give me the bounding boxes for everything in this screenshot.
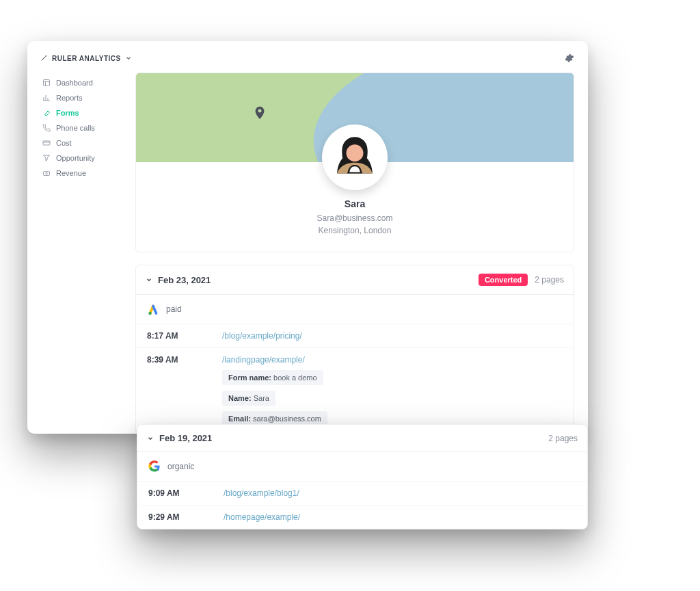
ruler-icon xyxy=(41,55,48,62)
event-path[interactable]: /landingpage/example/ xyxy=(222,355,305,365)
sidebar-item-reports[interactable]: Reports xyxy=(41,90,123,105)
sidebar-item-label: Forms xyxy=(56,109,79,117)
pages-count: 2 pages xyxy=(535,275,564,285)
form-field-formname: Form name: book a demo xyxy=(222,370,323,385)
phone-icon xyxy=(42,124,51,132)
form-field-name: Name: Sara xyxy=(222,391,275,406)
sidebar-item-phone-calls[interactable]: Phone calls xyxy=(41,120,123,135)
event-time: 9:09 AM xyxy=(148,488,224,498)
map-pin-icon xyxy=(252,103,267,122)
sidebar: Dashboard Reports Forms Phone calls Cost… xyxy=(41,73,123,434)
converted-badge: Converted xyxy=(479,274,528,286)
sidebar-item-forms[interactable]: Forms xyxy=(41,105,123,120)
chevron-down-icon xyxy=(125,55,132,62)
session-card: Feb 23, 2021 Converted 2 pages paid xyxy=(135,265,574,434)
dashboard-icon xyxy=(42,79,51,87)
avatar xyxy=(322,124,388,190)
sidebar-item-label: Reports xyxy=(56,94,83,102)
svg-point-4 xyxy=(347,144,364,161)
svg-point-3 xyxy=(46,172,48,174)
source-channel: paid xyxy=(166,304,182,314)
sidebar-item-label: Cost xyxy=(56,139,72,147)
sidebar-item-cost[interactable]: Cost xyxy=(41,135,123,150)
forms-icon xyxy=(42,109,51,117)
sidebar-item-label: Opportunity xyxy=(56,154,95,162)
event-time: 8:39 AM xyxy=(147,355,222,365)
google-ads-icon xyxy=(147,303,159,315)
sidebar-item-label: Revenue xyxy=(56,169,86,177)
sidebar-item-label: Phone calls xyxy=(56,124,95,132)
session-event-row: 9:09 AM /blog/example/blog1/ xyxy=(137,482,587,505)
svg-rect-2 xyxy=(44,172,50,176)
profile-name: Sara xyxy=(143,198,567,209)
svg-rect-0 xyxy=(44,80,50,86)
event-time: 9:29 AM xyxy=(148,512,224,522)
revenue-icon xyxy=(42,169,51,177)
source-channel: organic xyxy=(167,462,194,471)
brand-switcher[interactable]: RULER ANALYTICS xyxy=(41,55,132,62)
app-header: RULER ANALYTICS xyxy=(41,53,574,63)
session-event-row: 9:29 AM /homepage/example/ xyxy=(137,505,587,529)
pages-count: 2 pages xyxy=(548,434,578,443)
google-icon xyxy=(148,460,161,473)
session-source: organic xyxy=(137,452,587,482)
cost-icon xyxy=(42,139,51,147)
event-path[interactable]: /blog/example/pricing/ xyxy=(222,331,302,341)
avatar-person-icon xyxy=(328,131,381,184)
event-path[interactable]: /homepage/example/ xyxy=(224,512,300,522)
session-header[interactable]: Feb 19, 2021 2 pages xyxy=(137,425,587,452)
gear-icon[interactable] xyxy=(565,53,574,63)
sidebar-item-revenue[interactable]: Revenue xyxy=(41,166,123,181)
session-date: Feb 23, 2021 xyxy=(158,275,211,285)
chevron-down-icon xyxy=(146,276,152,283)
app-window: RULER ANALYTICS Dashboard Reports Forms … xyxy=(27,41,588,434)
reports-icon xyxy=(42,94,51,102)
sidebar-item-label: Dashboard xyxy=(56,79,93,87)
chevron-down-icon xyxy=(147,435,154,442)
svg-point-5 xyxy=(148,312,152,315)
session-event-row: 8:17 AM /blog/example/pricing/ xyxy=(136,324,574,348)
session-event-row: 8:39 AM /landingpage/example/ Form name:… xyxy=(136,348,574,433)
session-source: paid xyxy=(136,295,574,324)
sidebar-item-opportunity[interactable]: Opportunity xyxy=(41,150,123,166)
profile-email: Sara@business.com xyxy=(143,212,567,224)
event-time: 8:17 AM xyxy=(147,331,222,341)
sidebar-item-dashboard[interactable]: Dashboard xyxy=(41,75,123,90)
event-path[interactable]: /blog/example/blog1/ xyxy=(224,488,299,498)
svg-rect-1 xyxy=(43,141,50,145)
profile-card: Sara Sara@business.com Kensington, Londo… xyxy=(135,73,574,252)
brand-name: RULER ANALYTICS xyxy=(52,55,121,62)
profile-location: Kensington, London xyxy=(143,224,567,237)
session-header[interactable]: Feb 23, 2021 Converted 2 pages xyxy=(136,265,574,295)
opportunity-icon xyxy=(42,154,51,162)
session-date: Feb 19, 2021 xyxy=(159,433,212,443)
session-card: Feb 19, 2021 2 pages organic 9:09 AM /bl… xyxy=(137,424,588,529)
